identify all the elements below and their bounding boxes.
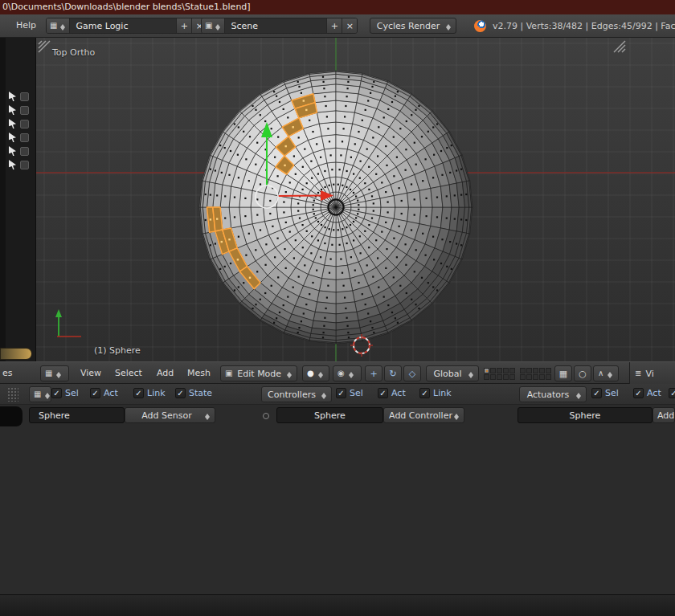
cursor-arrow-icon[interactable] [9,146,16,156]
layer-toggle[interactable] [520,374,526,380]
updown-arrows-icon [468,369,474,379]
manipulator-rotate-button[interactable]: ↻ [384,365,402,381]
sensors-filter-dropdown[interactable]: ▦ [29,386,51,402]
shading-dropdown[interactable]: ● [302,365,329,381]
toolshelf-collapsed-tab[interactable] [0,348,32,360]
add-actuator-button-cut[interactable]: Add [652,407,675,423]
add-sensor-button[interactable]: Add Sensor [125,407,215,423]
screen-layout-add-button[interactable]: + [177,18,191,33]
layer-toggle[interactable] [497,374,502,380]
layer-toggle[interactable] [526,368,532,373]
layer-toggle[interactable] [509,374,515,380]
menu-view[interactable]: View [80,368,101,378]
controllers-link-checkbox[interactable]: ✓ Link [419,388,452,398]
shading-sphere-icon: ● [307,369,314,377]
scene-selector[interactable]: ▣ Scene + × [201,18,358,34]
checkbox-check-icon: ✓ [419,388,430,398]
screen-layout-selector[interactable]: ▦ Game Logic + × [46,18,207,34]
screen-layout-browse[interactable]: ▦ [47,18,70,33]
layer-toggle[interactable] [484,374,489,380]
actuators-object-button[interactable]: Sphere [518,407,652,423]
layer-toggle[interactable] [533,374,538,380]
sensors-state-checkbox[interactable]: ✓ State [175,388,212,398]
bottom-collapsed-region[interactable] [0,594,675,616]
collapsed-panel-tab[interactable] [0,406,22,426]
controllers-sel-checkbox[interactable]: ✓ Sel [336,388,363,398]
scene-close-button[interactable]: × [342,18,357,33]
viewport-3d[interactable]: Top Ortho (1) Sphere [36,38,675,361]
menu-add[interactable]: Add [157,368,174,378]
orientation-dropdown[interactable]: Global [426,365,479,381]
controllers-filter-dropdown[interactable]: Controllers [261,386,332,402]
cursor-arrow-icon[interactable] [9,133,16,142]
sensors-link-checkbox[interactable]: ✓ Link [133,388,166,398]
actuators-filter-dropdown[interactable]: Actuators [519,386,587,402]
sensors-act-checkbox[interactable]: ✓ Act [90,388,118,398]
layer-toggle[interactable] [533,368,538,373]
tool-slot-icon[interactable] [20,92,29,101]
scene-name[interactable]: Scene [225,18,327,33]
layer-toggle[interactable] [497,368,502,373]
sensors-sel-checkbox[interactable]: ✓ Sel [51,388,79,398]
layer-toggle[interactable] [503,368,509,373]
layer-toggle[interactable] [490,374,496,380]
scene-add-button[interactable]: + [327,18,342,33]
layers-group-b[interactable] [520,368,551,380]
tool-slot-icon[interactable] [20,161,29,169]
layer-toggle[interactable] [509,368,515,373]
editor-type-icon: ▦ [45,369,52,377]
layer-toggle[interactable] [539,368,545,373]
tool-slot-icon[interactable] [20,106,29,115]
scene-stats: v2.79 | Verts:38/482 | Edges:45/992 | Fa… [493,21,675,31]
layer-toggle[interactable] [526,374,532,380]
cut-off-menu[interactable]: Vi [645,369,653,379]
window-title-bar: 0\Documents\Downloads\blender blends\Sta… [0,0,675,14]
falloff-dropdown[interactable]: ∧ [593,365,619,381]
controllers-object-button[interactable]: Sphere [276,407,383,423]
layer-toggle[interactable] [484,368,489,373]
checkbox-check-icon: ✓ [133,388,144,398]
help-menu[interactable]: Help [16,20,36,31]
actuators-sel-checkbox[interactable]: ✓ Sel [591,388,619,398]
cursor-arrow-icon[interactable] [9,105,16,115]
cursor-arrow-icon[interactable] [9,160,16,169]
edit-mode-icon: ▣ [225,369,232,377]
cursor-arrow-icon[interactable] [9,92,16,101]
screen-layout-name[interactable]: Game Logic [70,18,177,33]
scene-browse[interactable]: ▣ [202,18,225,33]
tool-slot-icon[interactable] [20,120,29,129]
viewport-canvas[interactable] [36,38,675,361]
tool-slot-icon[interactable] [20,133,29,142]
actuators-link-checkbox-cut[interactable]: ✓ [669,388,675,398]
proportional-edit-button[interactable]: ○ [574,365,591,381]
mode-dropdown[interactable]: ▣ Edit Mode [220,365,297,381]
controllers-act-checkbox[interactable]: ✓ Act [378,388,406,398]
logic-link-socket[interactable] [263,413,269,419]
menu-select[interactable]: Select [115,368,142,378]
pivot-dropdown[interactable]: ◉ [333,365,362,381]
editor-type-dropdown[interactable]: ▦ [40,365,69,381]
layers-widget[interactable] [484,368,551,380]
updown-arrows-icon [44,390,51,400]
render-engine-dropdown[interactable]: Cycles Render [370,18,456,34]
layer-toggle[interactable] [539,374,545,380]
layer-toggle[interactable] [503,374,509,380]
layer-toggle[interactable] [520,368,526,373]
manipulator-translate-button[interactable]: + [365,365,382,381]
occlude-geometry-button[interactable]: ▦ [554,365,572,381]
layer-toggle[interactable] [546,368,551,373]
add-controller-button[interactable]: Add Controller [383,407,464,423]
sensors-object-button[interactable]: Sphere [29,407,125,423]
manipulator-scale-button[interactable]: ◇ [403,365,421,381]
layer-toggle[interactable] [546,374,551,380]
menu-mesh[interactable]: Mesh [187,368,211,378]
actuators-act-checkbox[interactable]: ✓ Act [633,388,661,398]
region-grip-handle[interactable] [7,387,18,402]
checkbox-check-icon: ✓ [591,388,602,398]
layer-toggle[interactable] [490,368,496,373]
layers-group-a[interactable] [484,368,515,380]
active-object-label: (1) Sphere [94,345,141,356]
tool-slot-icon[interactable] [20,147,29,156]
cursor-arrow-icon[interactable] [9,119,16,129]
view-name-label: Top Ortho [52,47,95,58]
